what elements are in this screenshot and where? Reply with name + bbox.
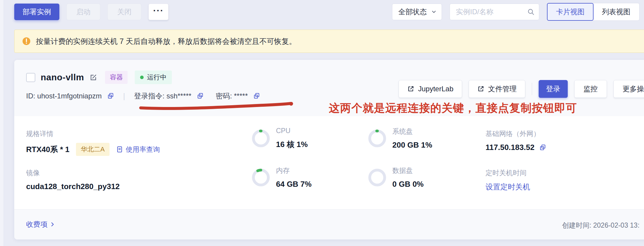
action-buttons: JupyterLab 文件管理 登录 监控 更多操作 <box>399 80 644 98</box>
left-edge-strip <box>0 0 4 246</box>
red-annotation-text: 这两个就是远程连接的关键，直接点复制按钮即可 <box>329 101 577 116</box>
divider: | <box>123 92 125 101</box>
data-disk-cell: 数据盘 0 GB 0% <box>368 166 424 189</box>
actions-divider <box>532 83 532 95</box>
rename-icon[interactable] <box>89 74 97 82</box>
usage-query-label: 使用率查询 <box>126 145 160 154</box>
container-type-badge: 容器 <box>105 71 128 84</box>
memory-label: 内存 <box>276 166 312 175</box>
toolbar-left-group: 部署实例 启动 关闭 ··· <box>14 4 169 20</box>
spec-detail-cell: 规格详情 RTX40系 * 1 华北二A 使用率查询 <box>26 129 160 156</box>
warning-icon <box>22 37 31 45</box>
data-disk-label: 数据盘 <box>392 166 424 175</box>
set-shutdown-timer-link[interactable]: 设置定时关机 <box>486 182 530 192</box>
jupyterlab-label: JupyterLab <box>418 85 453 93</box>
memory-usage-donut <box>252 168 270 187</box>
card-footer: 收费项 创建时间: 2026-02-03 13: <box>14 209 644 239</box>
view-toggle: 卡片视图 列表视图 <box>547 3 640 21</box>
image-cell: 镜像 cuda128_torch280_py312 <box>26 168 120 191</box>
created-time: 创建时间: 2026-02-03 13: <box>562 221 640 230</box>
cpu-value: 16 核 1% <box>276 139 308 150</box>
instance-id: ID: uhost-1mfgotniapzm <box>26 92 102 100</box>
instance-checkbox[interactable] <box>26 73 35 82</box>
billing-items-link[interactable]: 收费项 <box>26 220 56 229</box>
status-text: 运行中 <box>147 73 166 82</box>
search-input[interactable] <box>455 7 527 16</box>
memory-cell: 内存 64 GB 7% <box>252 166 312 189</box>
usage-query-link[interactable]: 使用率查询 <box>116 145 160 154</box>
copy-id-icon[interactable] <box>107 92 114 100</box>
list-view-tab[interactable]: 列表视图 <box>593 3 640 21</box>
copy-ip-icon[interactable] <box>539 144 546 151</box>
spec-detail-label: 规格详情 <box>26 129 160 138</box>
monitor-button[interactable]: 监控 <box>574 80 607 98</box>
login-command: 登录指令: ssh***** <box>134 91 191 101</box>
memory-value: 64 GB 7% <box>276 180 312 189</box>
search-icon <box>527 8 535 16</box>
image-label: 镜像 <box>26 168 120 178</box>
login-button[interactable]: 登录 <box>539 80 568 98</box>
document-icon <box>116 146 123 153</box>
instance-name: nano-vllm <box>41 72 84 82</box>
warning-banner: 按量计费的实例连续关机 7 天后自动释放，释放后数据将会被清空且不可恢复。 <box>14 30 644 53</box>
search-box[interactable] <box>450 4 539 20</box>
data-disk-donut <box>368 168 386 187</box>
billing-items-label: 收费项 <box>26 220 47 229</box>
copy-login-command-icon[interactable] <box>197 92 204 100</box>
system-disk-donut <box>368 129 386 148</box>
cpu-label: CPU <box>276 127 308 135</box>
toolbar-right-group: 全部状态 卡片视图 列表视图 <box>392 3 640 21</box>
card-view-tab[interactable]: 卡片视图 <box>547 3 594 21</box>
file-manager-label: 文件管理 <box>488 84 517 94</box>
system-disk-label: 系统盘 <box>392 127 432 136</box>
network-label: 基础网络（外网） <box>486 129 546 138</box>
card-header: nano-vllm 容器 运行中 ID: uhost-1mfgotniapzm … <box>14 60 644 116</box>
external-link-icon <box>407 85 414 92</box>
status-badge: 运行中 <box>135 71 172 84</box>
status-dot-icon <box>140 76 144 79</box>
deploy-instance-button[interactable]: 部署实例 <box>14 4 59 20</box>
image-value: cuda128_torch280_py312 <box>26 182 120 191</box>
more-toolbar-button[interactable]: ··· <box>148 4 169 20</box>
warning-text: 按量计费的实例连续关机 7 天后自动释放，释放后数据将会被清空且不可恢复。 <box>36 36 296 46</box>
cpu-usage-donut <box>252 129 270 148</box>
system-disk-value: 200 GB 1% <box>392 140 432 150</box>
zone-badge: 华北二A <box>76 143 110 156</box>
more-operations-button[interactable]: 更多操作 <box>613 80 644 98</box>
instance-card: nano-vllm 容器 运行中 ID: uhost-1mfgotniapzm … <box>14 60 644 239</box>
public-ip-value: 117.50.183.52 <box>486 143 534 152</box>
network-cell: 基础网络（外网） 117.50.183.52 <box>486 129 546 152</box>
password-masked: 密码: ***** <box>216 91 248 101</box>
system-disk-cell: 系统盘 200 GB 1% <box>368 127 432 150</box>
copy-password-icon[interactable] <box>253 92 260 100</box>
shutdown-timer-label: 定时关机时间 <box>486 168 530 178</box>
shutdown-button[interactable]: 关闭 <box>107 4 141 20</box>
toolbar: 部署实例 启动 关闭 ··· 全部状态 卡片视图 列表视图 <box>14 3 640 21</box>
spec-grid: 规格详情 RTX40系 * 1 华北二A 使用率查询 <box>14 116 644 210</box>
data-disk-value: 0 GB 0% <box>392 180 424 189</box>
shutdown-timer-cell: 定时关机时间 设置定时关机 <box>486 168 530 192</box>
status-filter-value: 全部状态 <box>398 7 427 17</box>
status-filter-select[interactable]: 全部状态 <box>392 4 442 20</box>
gpu-spec-value: RTX40系 * 1 <box>26 144 69 155</box>
start-button[interactable]: 启动 <box>66 4 100 20</box>
red-marker-underline <box>139 102 295 111</box>
file-manager-button[interactable]: 文件管理 <box>469 80 525 98</box>
chevron-right-icon <box>49 221 56 228</box>
jupyterlab-button[interactable]: JupyterLab <box>399 80 462 98</box>
external-link-icon <box>477 85 484 92</box>
chevron-down-icon <box>431 9 437 15</box>
cpu-cell: CPU 16 核 1% <box>252 127 308 150</box>
